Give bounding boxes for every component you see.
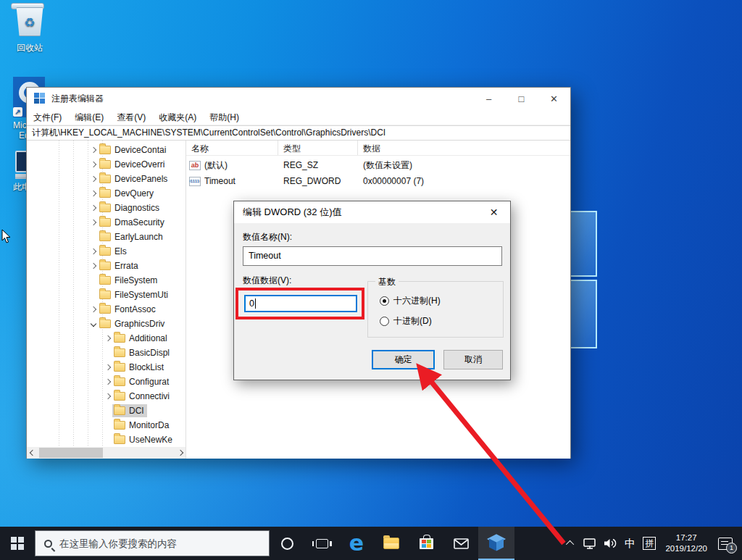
ime-mode-indicator[interactable]: 拼 xyxy=(639,527,659,560)
tree-item-GraphicsDriv[interactable]: GraphicsDriv xyxy=(27,317,173,331)
menu-item[interactable]: 查看(V) xyxy=(110,109,152,125)
tree-item-Diagnostics[interactable]: Diagnostics xyxy=(27,201,173,215)
scroll-right-arrow[interactable] xyxy=(175,447,186,459)
chevron-right-icon[interactable] xyxy=(89,262,98,270)
tree-node[interactable]: MonitorDa xyxy=(112,419,172,432)
tree-item-Els[interactable]: Els xyxy=(27,244,173,259)
tree-node[interactable]: Errata xyxy=(98,259,141,272)
menu-item[interactable]: 编辑(E) xyxy=(68,109,110,125)
value-row-Timeout[interactable]: 011110TimeoutREG_DWORD0x00000007 (7) xyxy=(186,173,570,189)
start-button[interactable] xyxy=(0,527,35,560)
tree-item-DevicePanels[interactable]: DevicePanels xyxy=(27,172,173,186)
tree-item-FontAssoc[interactable]: FontAssoc xyxy=(27,302,173,317)
tree-node[interactable]: Diagnostics xyxy=(98,201,162,214)
tree-node[interactable]: Els xyxy=(98,245,130,258)
column-header-name[interactable]: 名称 xyxy=(186,141,278,155)
tree-node[interactable]: DevicePanels xyxy=(98,172,170,185)
chevron-right-icon[interactable] xyxy=(104,363,112,372)
tree-item-BlockList[interactable]: BlockList xyxy=(27,360,173,375)
chevron-right-icon[interactable] xyxy=(89,218,98,227)
dialog-title-bar[interactable]: 编辑 DWORD (32 位)值 xyxy=(234,201,510,223)
tree-node[interactable]: DeviceOverri xyxy=(98,158,167,171)
tree-selection[interactable]: DCI xyxy=(112,404,147,417)
dialog-close-button[interactable]: ✕ xyxy=(478,201,510,222)
tree-item-EarlyLaunch[interactable]: EarlyLaunch xyxy=(27,230,173,244)
tree-node[interactable]: Additional xyxy=(112,332,170,345)
chevron-right-icon[interactable] xyxy=(89,247,98,256)
file-explorer-button[interactable] xyxy=(374,527,409,560)
tree-node[interactable]: BlockList xyxy=(112,361,167,374)
tree-item-DevQuery[interactable]: DevQuery xyxy=(27,186,173,201)
cancel-button[interactable]: 取消 xyxy=(443,350,503,369)
tree-item-Connectivi[interactable]: Connectivi xyxy=(27,389,173,404)
tree-item-FileSystem[interactable]: FileSystem xyxy=(27,273,173,288)
action-center-button[interactable]: 1 xyxy=(713,527,738,560)
value-row-(默认)[interactable]: ab(默认)REG_SZ(数值未设置) xyxy=(186,157,570,173)
store-button[interactable] xyxy=(409,527,443,560)
dec-radio-row[interactable]: 十进制(D) xyxy=(380,315,432,327)
tree-node[interactable]: DeviceContai xyxy=(98,143,169,156)
edge-taskbar-button[interactable]: e xyxy=(339,527,374,560)
cortana-button[interactable] xyxy=(270,527,304,560)
minimize-button[interactable]: – xyxy=(472,88,505,109)
tree-item-Errata[interactable]: Errata xyxy=(27,259,173,273)
ok-button[interactable]: 确定 xyxy=(372,350,435,369)
tree-node[interactable]: GraphicsDriv xyxy=(98,317,167,330)
chevron-right-icon[interactable] xyxy=(89,160,98,169)
chevron-right-icon[interactable] xyxy=(89,189,98,198)
chevron-right-icon[interactable] xyxy=(89,204,98,212)
tree-node[interactable]: Connectivi xyxy=(112,390,172,403)
recycle-bin-desktop-icon[interactable]: ♻ 回收站 xyxy=(9,7,51,54)
hex-radio-button[interactable] xyxy=(380,296,389,306)
tree-item-DeviceOverri[interactable]: DeviceOverri xyxy=(27,157,173,172)
column-header-type[interactable]: 类型 xyxy=(278,141,358,155)
tree-horizontal-scrollbar[interactable] xyxy=(27,447,186,459)
close-button[interactable]: ✕ xyxy=(538,88,570,109)
registry-editor-taskbar-button[interactable] xyxy=(478,527,514,560)
tree-item-BasicDispl[interactable]: BasicDispl xyxy=(27,346,173,360)
menu-item[interactable]: 文件(F) xyxy=(27,109,68,125)
registry-title-bar[interactable]: 注册表编辑器 – □ ✕ xyxy=(27,88,570,109)
tree-item-Configurat[interactable]: Configurat xyxy=(27,375,173,389)
mail-button[interactable] xyxy=(443,527,478,560)
tree-node[interactable]: DmaSecurity xyxy=(98,216,167,229)
network-button[interactable] xyxy=(580,527,600,560)
address-bar[interactable]: 计算机\HKEY_LOCAL_MACHINE\SYSTEM\CurrentCon… xyxy=(27,125,570,141)
horizontal-scroll-thumb[interactable] xyxy=(39,448,103,458)
tree-item-DCI[interactable]: DCI xyxy=(27,404,173,418)
chevron-right-icon[interactable] xyxy=(104,392,112,401)
tray-expand-button[interactable] xyxy=(562,527,580,560)
tree-item-DeviceContai[interactable]: DeviceContai xyxy=(27,143,173,157)
ime-language-indicator[interactable]: 中 xyxy=(620,527,639,560)
tree-node[interactable]: FileSystemUti xyxy=(98,288,171,301)
taskbar-search-box[interactable] xyxy=(35,530,270,556)
chevron-right-icon[interactable] xyxy=(104,377,112,386)
chevron-right-icon[interactable] xyxy=(89,305,98,314)
tree-node[interactable]: BasicDispl xyxy=(112,346,172,359)
task-view-button[interactable] xyxy=(304,527,339,560)
menu-item[interactable]: 收藏夹(A) xyxy=(152,109,203,125)
taskbar-clock[interactable]: 17:27 2019/12/20 xyxy=(659,532,713,554)
scroll-left-arrow[interactable] xyxy=(27,447,38,459)
chevron-right-icon[interactable] xyxy=(89,146,98,154)
dec-radio-button[interactable] xyxy=(380,317,389,326)
chevron-right-icon[interactable] xyxy=(104,334,112,343)
tree-item-FileSystemUti[interactable]: FileSystemUti xyxy=(27,288,173,302)
chevron-down-icon[interactable] xyxy=(89,319,98,328)
hex-radio-row[interactable]: 十六进制(H) xyxy=(380,295,441,307)
menu-item[interactable]: 帮助(H) xyxy=(203,109,246,125)
tree-node[interactable]: EarlyLaunch xyxy=(98,230,166,243)
tree-node[interactable]: FontAssoc xyxy=(98,303,159,316)
tree-node[interactable]: UseNewKe xyxy=(112,433,175,446)
chevron-right-icon[interactable] xyxy=(89,175,98,183)
tree-item-UseNewKe[interactable]: UseNewKe xyxy=(27,432,173,447)
tree-node[interactable]: Configurat xyxy=(112,375,172,388)
column-header-data[interactable]: 数据 xyxy=(358,141,570,155)
search-input[interactable] xyxy=(59,538,255,549)
value-name-field[interactable]: Timeout xyxy=(243,246,502,266)
maximize-button[interactable]: □ xyxy=(505,88,538,109)
tree-item-MonitorDa[interactable]: MonitorDa xyxy=(27,418,173,432)
tree-node[interactable]: DevQuery xyxy=(98,187,157,200)
tree-item-Additional[interactable]: Additional xyxy=(27,331,173,346)
tree-item-DmaSecurity[interactable]: DmaSecurity xyxy=(27,215,173,230)
